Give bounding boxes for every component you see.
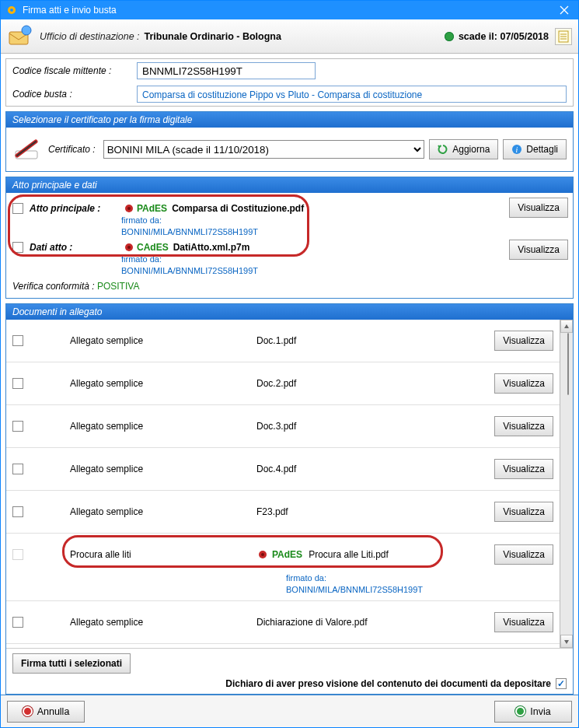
ok-icon [515,706,525,716]
allegato-type: Allegato semplice [70,617,256,628]
mittente-panel: Codice fiscale mittente : Codice busta :… [5,58,574,107]
expire-text: scade il: 07/05/2018 [459,31,549,42]
visualizza-button[interactable]: Visualizza [494,373,553,394]
scroll-thumb[interactable] [567,333,569,395]
allegato-row-procura: Procura alle liti PAdES Procura alle Lit… [6,534,560,571]
refresh-button[interactable]: Aggiorna [429,139,498,159]
atto-principale-checkbox[interactable] [12,203,23,214]
certificate-panel: Selezionare il certificato per la firma … [5,111,574,172]
allegato-type: Allegato semplice [70,421,256,432]
firma-tutti-button[interactable]: Firma tutti i selezionati [12,653,131,674]
allegato-filename: Dichiarazione di Valore.pdf [256,617,490,628]
send-button[interactable]: Invia [494,701,572,723]
allegato-row: Allegato semplice Doc.3.pdf Visualizza [6,405,560,448]
verifica-value: POSITIVA [97,281,139,292]
allegato-filename: PAdES Procura alle Liti.pdf [256,548,490,561]
allegato-filename: Doc.4.pdf [256,464,490,474]
wax-seal-icon [256,548,269,561]
cancel-button[interactable]: Annulla [7,701,85,723]
title-bar: Firma atti e invio busta [1,1,578,19]
visualizza-button[interactable]: Visualizza [494,416,553,436]
svg-point-3 [22,26,31,35]
cancel-icon [23,706,33,716]
visualizza-button[interactable]: Visualizza [494,459,553,479]
dati-atto-checkbox[interactable] [12,242,23,253]
visualizza-button[interactable]: Visualizza [494,502,553,522]
allegato-filename: Doc.2.pdf [256,378,490,389]
action-bar: Annulla Invia [1,695,578,727]
certificate-select[interactable]: BONINI MILA (scade il 11/10/2018) [103,140,425,159]
envelope-icon [7,23,33,50]
atto-principale-label: Atto principale : [30,203,123,214]
allegato-type: Allegato semplice [70,335,256,346]
allegato-signer: firmato da: BONINI/MILA/BNNMLI72S58H199T [6,571,560,600]
destination-bar: Ufficio di destinazione : Tribunale Ordi… [1,19,578,54]
visualizza-button[interactable]: Visualizza [494,544,553,565]
cf-label: Codice fiscale mittente : [12,65,137,76]
allegato-filename: F23.pdf [256,506,490,517]
details-button[interactable]: i Dettagli [503,139,567,159]
dati-atto-label: Dati atto : [30,242,123,253]
allegato-type: Allegato semplice [70,378,256,389]
destination-label: Ufficio di destinazione : [40,31,140,42]
allegati-panel: Documenti in allegato Allegato semplice … [5,303,574,695]
wax-seal-icon [123,202,135,215]
pades-label: PAdES [137,203,167,214]
visualizza-button[interactable]: Visualizza [494,331,553,351]
allegato-type: Allegato semplice [70,464,256,474]
svg-point-14 [127,246,131,249]
allegato-row: Allegato semplice Doc.4.pdf Visualizza [6,448,560,491]
allegato-checkbox[interactable] [12,421,23,432]
wax-seal-icon [123,241,135,254]
dati-signer: BONINI/MILA/BNNMLI72S58H199T [121,266,258,275]
atto-principale-filename: Comparsa di Costituzione.pdf [172,203,304,214]
window-frame: Firma atti e invio busta Ufficio di dest… [0,0,579,728]
pades-label: PAdES [272,549,302,560]
certificate-panel-title: Selezionare il certificato per la firma … [6,112,573,128]
scroll-down-icon[interactable] [560,635,573,648]
cf-input[interactable] [137,62,316,79]
allegato-filename: Doc.1.pdf [256,335,490,346]
allegati-list: Allegato semplice Doc.1.pdf Visualizza A… [6,320,560,648]
allegato-filename: Doc.3.pdf [256,421,490,432]
close-button[interactable] [553,2,575,18]
document-icon[interactable] [555,28,572,45]
allegato-checkbox[interactable] [12,464,23,474]
atto-panel: Atto principale e dati Atto principale :… [5,177,574,299]
allegato-type: Allegato semplice [70,506,256,517]
allegato-row: Allegato semplice F23.pdf Visualizza [6,491,560,534]
dati-atto-filename: DatiAtto.xml.p7m [173,242,250,253]
busta-value: Comparsa di costituzione Pippo vs Pluto … [137,86,567,103]
svg-point-16 [261,553,264,556]
allegato-row: Allegato semplice Dichiarazione di Valor… [6,600,560,644]
cades-label: CAdES [137,242,169,253]
svg-text:i: i [516,145,518,154]
atto-panel-title: Atto principale e dati [6,177,573,193]
firmato-da-label: firmato da: [121,215,162,225]
window-title: Firma atti e invio busta [23,5,553,16]
info-icon: i [511,144,522,155]
certificate-label: Certificato : [48,144,96,155]
gear-icon [5,4,18,16]
firmato-da-label: firmato da: [121,254,162,264]
allegato-checkbox[interactable] [12,378,23,389]
visualizza-dati-atto[interactable]: Visualizza [509,240,568,260]
verifica-label: Verifica conformità : [12,281,95,292]
scrollbar[interactable] [560,320,573,648]
signature-pen-icon [12,135,40,163]
allegato-checkbox[interactable] [12,549,23,560]
allegato-row: Allegato semplice Doc.2.pdf Visualizza [6,362,560,405]
allegato-checkbox[interactable] [12,617,23,628]
atto-signer: BONINI/MILA/BNNMLI72S58H199T [121,227,258,236]
allegato-type: Procura alle liti [70,549,256,560]
declare-checkbox[interactable]: ✓ [556,678,567,689]
visualizza-atto-principale[interactable]: Visualizza [509,198,568,218]
svg-point-1 [10,9,13,12]
allegato-checkbox[interactable] [12,506,23,517]
allegato-row: Allegato semplice Doc.1.pdf Visualizza [6,320,560,362]
destination-value: Tribunale Ordinario - Bologna [145,31,281,42]
scroll-up-icon[interactable] [560,320,573,333]
allegato-checkbox[interactable] [12,335,23,346]
allegati-panel-title: Documenti in allegato [6,304,573,320]
visualizza-button[interactable]: Visualizza [494,612,553,632]
